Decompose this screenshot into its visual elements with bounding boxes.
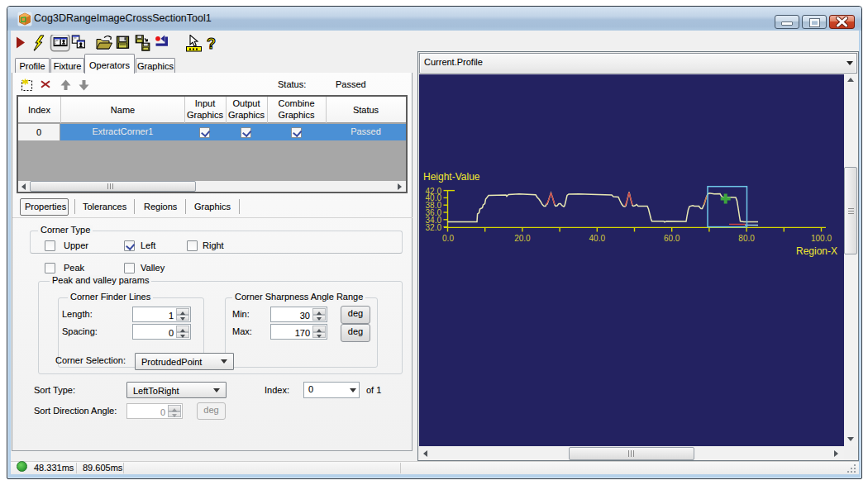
svg-text:20.0: 20.0 (514, 234, 531, 243)
svg-text:?: ? (207, 36, 216, 52)
svg-text:60.0: 60.0 (664, 234, 680, 243)
svg-text:40.0: 40.0 (589, 234, 606, 243)
svg-text:32.0: 32.0 (426, 223, 442, 232)
svg-text:80.0: 80.0 (738, 234, 755, 243)
svg-text:Region-X: Region-X (796, 245, 837, 257)
svg-text:0.0: 0.0 (442, 234, 454, 243)
svg-text:100.0: 100.0 (811, 234, 832, 243)
svg-text:Height-Value: Height-Value (423, 171, 480, 183)
